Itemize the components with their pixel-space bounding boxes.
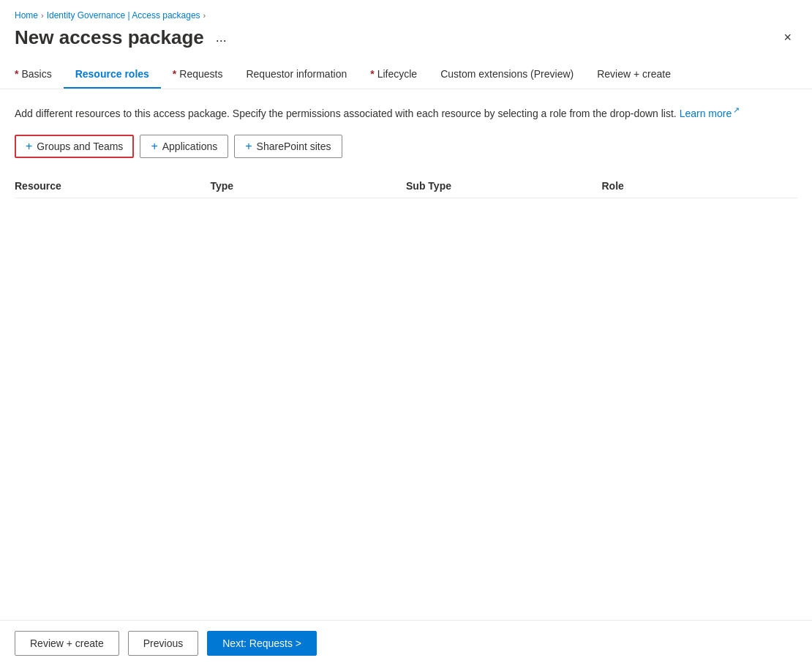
tab-custom-extensions-label: Custom extensions (Preview): [440, 68, 574, 80]
tab-review-create[interactable]: Review + create: [585, 62, 683, 89]
breadcrumb-governance[interactable]: Identity Governance | Access packages: [47, 10, 200, 20]
col-resource: Resource: [15, 180, 211, 192]
applications-plus-icon: +: [151, 140, 157, 153]
sharepoint-sites-button[interactable]: + SharePoint sites: [234, 135, 342, 158]
tab-resource-roles-label: Resource roles: [75, 68, 149, 80]
tab-custom-extensions[interactable]: Custom extensions (Preview): [429, 62, 585, 89]
previous-button[interactable]: Previous: [128, 631, 198, 656]
col-type: Type: [211, 180, 407, 192]
applications-button[interactable]: + Applications: [140, 135, 228, 158]
description-text: Add different resources to this access p…: [15, 104, 797, 121]
learn-more-link[interactable]: Learn more↗: [680, 108, 740, 119]
tab-basics[interactable]: * Basics: [15, 62, 64, 89]
sharepoint-plus-icon: +: [245, 140, 252, 153]
groups-teams-label: Groups and Teams: [37, 141, 123, 152]
review-create-button[interactable]: Review + create: [15, 631, 119, 656]
tab-requestor-info-label: Requestor information: [246, 68, 347, 80]
tab-requestor-info[interactable]: Requestor information: [234, 62, 358, 89]
col-role: Role: [602, 180, 798, 192]
page-title: New access package: [15, 26, 204, 49]
header-row: New access package ... ×: [0, 23, 812, 49]
groups-teams-plus-icon: +: [26, 140, 32, 153]
footer: Review + create Previous Next: Requests …: [0, 620, 812, 666]
panel: Home › Identity Governance | Access pack…: [0, 0, 812, 666]
tab-requests-label: Requests: [179, 68, 222, 80]
tab-basics-label: Basics: [21, 68, 51, 80]
tab-lifecycle[interactable]: * Lifecycle: [358, 62, 429, 89]
lifecycle-required-star: *: [370, 68, 374, 80]
requests-required-star: *: [173, 68, 176, 80]
description-main: Add different resources to this access p…: [15, 108, 677, 119]
tab-review-create-label: Review + create: [597, 68, 671, 80]
content-area: Add different resources to this access p…: [0, 89, 812, 620]
tabs-bar: * Basics Resource roles * Requests Reque…: [0, 49, 812, 89]
breadcrumb-chevron-1: ›: [41, 11, 44, 20]
page-title-area: New access package ...: [15, 26, 231, 49]
sharepoint-sites-label: SharePoint sites: [257, 141, 331, 152]
breadcrumb: Home › Identity Governance | Access pack…: [0, 0, 812, 23]
tab-requests[interactable]: * Requests: [161, 62, 235, 89]
table-body: [15, 198, 797, 491]
close-button[interactable]: ×: [778, 27, 797, 48]
basics-required-star: *: [15, 68, 18, 80]
next-button[interactable]: Next: Requests >: [207, 631, 317, 656]
breadcrumb-chevron-2: ›: [203, 11, 206, 20]
resource-buttons-group: + Groups and Teams + Applications + Shar…: [15, 135, 797, 158]
tab-resource-roles[interactable]: Resource roles: [64, 62, 161, 89]
col-sub-type: Sub Type: [406, 180, 602, 192]
ellipsis-button[interactable]: ...: [211, 27, 231, 48]
applications-label: Applications: [162, 141, 218, 152]
table-header: Resource Type Sub Type Role: [15, 173, 797, 198]
groups-teams-button[interactable]: + Groups and Teams: [15, 135, 134, 158]
tab-lifecycle-label: Lifecycle: [377, 68, 417, 80]
learn-more-text: Learn more: [680, 108, 732, 119]
breadcrumb-home[interactable]: Home: [15, 10, 38, 20]
external-link-icon: ↗: [733, 105, 740, 114]
